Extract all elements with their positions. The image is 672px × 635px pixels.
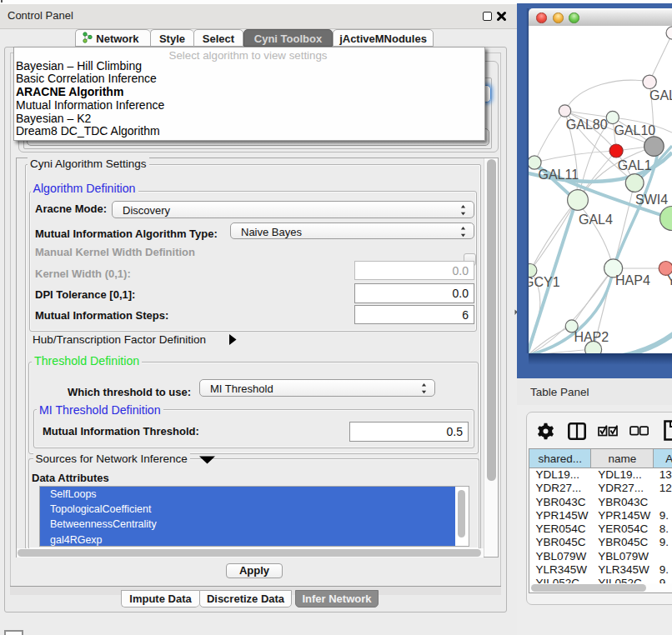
svg-text:HAP4: HAP4 — [615, 273, 650, 288]
svg-text:GAL7: GAL7 — [649, 88, 672, 102]
svg-text:GAL11: GAL11 — [539, 168, 579, 182]
svg-text:GAL4: GAL4 — [579, 212, 613, 227]
svg-text:GAL10: GAL10 — [614, 123, 655, 138]
svg-text:GAL1: GAL1 — [618, 158, 652, 172]
svg-text:GCY1: GCY1 — [529, 275, 560, 289]
svg-text:SWI4: SWI4 — [635, 192, 668, 207]
svg-text:YP: YP — [667, 273, 672, 288]
svg-text:GAL80: GAL80 — [566, 118, 608, 132]
svg-text:HAP2: HAP2 — [574, 330, 609, 344]
